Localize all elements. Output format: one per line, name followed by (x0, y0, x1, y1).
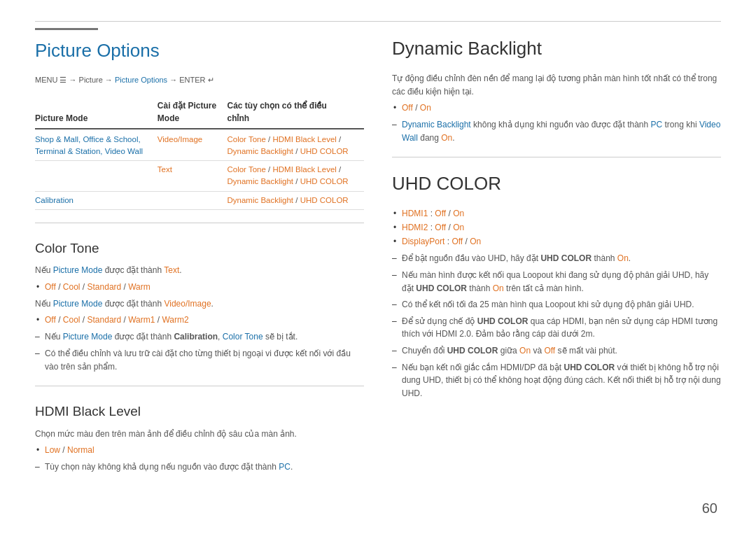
col-header-mode: Picture Mode (35, 96, 158, 129)
list-item: Low / Normal (35, 444, 364, 456)
page-title: Picture Options (35, 37, 364, 64)
hdmi-black-title: HDMI Black Level (35, 402, 364, 422)
color-tone-list2: Off / Cool / Standard / Warm1 / Warm2 (35, 314, 364, 326)
uhd-note-6: Nếu bạn kết nối giắc cắm HDMI/DP đã bật … (392, 361, 721, 400)
section-divider (35, 223, 364, 223)
color-tone-title: Color Tone (35, 239, 364, 259)
page-number: 60 (702, 498, 718, 519)
list-item: DisplayPort : Off / On (392, 235, 721, 248)
menu-path: MENU ☰ → Picture → Picture Options → ENT… (35, 74, 364, 86)
color-tone-note1: Nếu Picture Mode được đặt thành Calibrat… (35, 330, 364, 344)
col-header-setting: Cài đặt PictureMode (158, 96, 227, 129)
col-header-options: Các tùy chọn có thể điềuchỉnh (227, 96, 364, 129)
hdmi-black-note: Tùy chọn này không khả dụng nếu nguồn và… (35, 461, 364, 474)
mode-cell-1: Shop & Mall, Office & School,Terminal & … (35, 135, 143, 155)
section-divider-2 (35, 386, 364, 386)
table-row: Text Color Tone / HDMI Black Level /Dyna… (35, 161, 364, 192)
picture-options-table: Picture Mode Cài đặt PictureMode Các tùy… (35, 96, 364, 210)
list-item: HDMI1 : Off / On (392, 207, 721, 220)
color-tone-note2: Có thể điều chỉnh và lưu trữ cài đặt cho… (35, 347, 364, 373)
dynamic-backlight-list: Off / On (392, 101, 721, 114)
dynamic-backlight-desc: Tự động điều chỉnh đèn nền để mang lại đ… (392, 72, 721, 98)
color-tone-list1: Off / Cool / Standard / Warm (35, 281, 364, 293)
right-divider (392, 157, 721, 157)
list-item: Off / On (392, 101, 721, 114)
top-divider (35, 21, 721, 22)
uhd-note-2: Nếu màn hình được kết nối qua Loopout kh… (392, 269, 721, 295)
uhd-note-5: Chuyển đổi UHD COLOR giữa On và Off sẽ m… (392, 344, 721, 358)
right-column: Dynamic Backlight Tự động điều chỉnh đèn… (392, 28, 721, 506)
hdmi-black-list: Low / Normal (35, 444, 364, 456)
uhd-note-4: Để sử dụng chế độ UHD COLOR qua cáp HDMI… (392, 315, 721, 341)
hdmi-black-desc: Chọn mức màu đen trên màn ảnh để điều ch… (35, 428, 364, 441)
left-column: Picture Options MENU ☰ → Picture → Pictu… (35, 28, 364, 506)
dynamic-backlight-note: Dynamic Backlight không khả dụng khi ngu… (392, 118, 721, 144)
dynamic-backlight-title: Dynamic Backlight (392, 35, 721, 62)
uhd-note-3: Có thể kết nối tối đa 25 màn hình qua Lo… (392, 298, 721, 311)
table-row: Calibration Dynamic Backlight / UHD COLO… (35, 191, 364, 209)
list-item: Off / Cool / Standard / Warm1 / Warm2 (35, 314, 364, 326)
color-tone-text1: Nếu Picture Mode được đặt thành Text. (35, 264, 364, 277)
uhd-color-list: HDMI1 : Off / On HDMI2 : Off / On Displa… (392, 207, 721, 248)
accent-bar (35, 28, 98, 30)
list-item: Off / Cool / Standard / Warm (35, 281, 364, 293)
table-row: Shop & Mall, Office & School,Terminal & … (35, 129, 364, 161)
color-tone-text2: Nếu Picture Mode được đặt thành Video/Im… (35, 297, 364, 311)
uhd-color-title: UHD COLOR (392, 170, 721, 197)
list-item: HDMI2 : Off / On (392, 221, 721, 234)
uhd-note-1: Để bật nguồn đầu vào UHD, hãy đặt UHD CO… (392, 252, 721, 265)
